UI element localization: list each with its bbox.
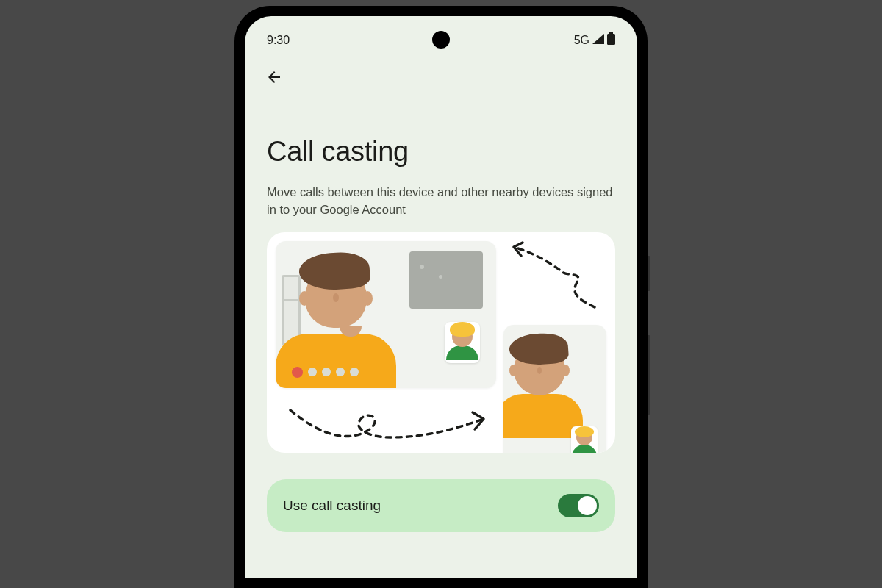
use-call-casting-switch[interactable] — [558, 494, 599, 517]
toggle-label: Use call casting — [283, 498, 381, 514]
switch-thumb — [578, 496, 597, 515]
screen: 9:30 5G Call casting Move calls between … — [245, 16, 637, 578]
phone-volume-button — [648, 335, 650, 415]
illustration-window — [409, 251, 483, 309]
phone-side-button — [648, 256, 650, 291]
back-button[interactable] — [259, 62, 289, 92]
cast-arrow-icon — [499, 241, 602, 322]
page-description: Move calls between this device and other… — [267, 184, 615, 219]
illustration-person-small — [514, 344, 583, 438]
page-title: Call casting — [267, 136, 615, 168]
svg-rect-0 — [609, 32, 613, 34]
illustration-pip-thumbnail — [445, 322, 480, 363]
illustration — [267, 232, 615, 453]
status-time: 9:30 — [267, 34, 290, 47]
cast-arrow-icon — [282, 397, 495, 448]
nav-row — [245, 57, 637, 92]
status-right: 5G — [574, 32, 615, 48]
phone-frame: 9:30 5G Call casting Move calls between … — [234, 6, 648, 588]
carousel-dot-active — [292, 367, 303, 378]
carousel-dot — [308, 368, 317, 376]
camera-punch-hole — [432, 31, 450, 49]
carousel-dot — [350, 368, 359, 376]
toggle-card[interactable]: Use call casting — [267, 479, 615, 532]
illustration-device-large — [276, 241, 496, 388]
carousel-dot — [322, 368, 331, 376]
battery-full-icon — [607, 32, 615, 48]
network-label: 5G — [574, 34, 589, 47]
content: Call casting Move calls between this dev… — [245, 92, 637, 466]
svg-rect-1 — [607, 34, 615, 45]
illustration-carousel-dots — [292, 367, 359, 378]
illustration-pip-thumbnail-small — [571, 426, 598, 453]
carousel-dot — [336, 368, 345, 376]
illustration-device-small — [503, 325, 606, 453]
cell-signal-icon — [592, 33, 605, 48]
back-arrow-icon — [265, 68, 283, 86]
